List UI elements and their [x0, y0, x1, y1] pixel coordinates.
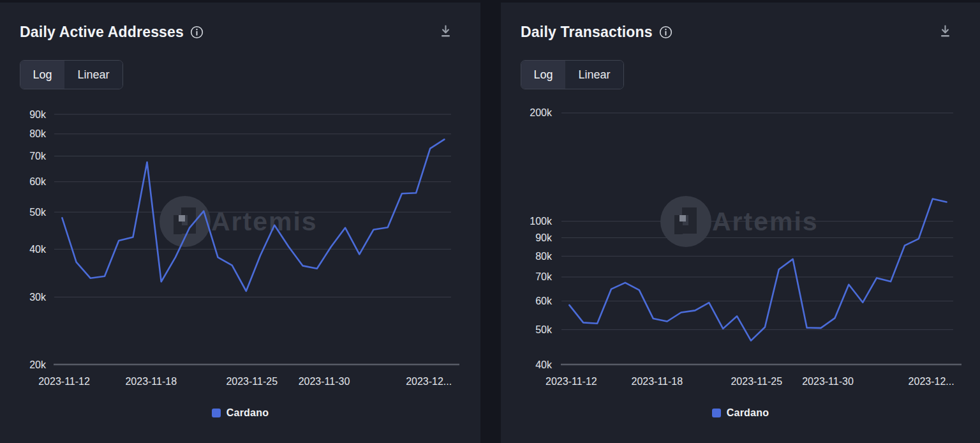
legend-item-cardano[interactable]: Cardano	[212, 407, 269, 419]
legend-item-cardano[interactable]: Cardano	[712, 407, 769, 419]
x-axis-tick-label: 2023-11-12	[38, 376, 90, 387]
y-axis-tick-label: 50k	[535, 324, 553, 335]
toggle-log-button[interactable]: Log	[521, 61, 565, 89]
y-axis-tick-label: 70k	[29, 151, 47, 161]
legend: Cardano	[501, 407, 980, 419]
x-axis-tick-label: 2023-11-25	[731, 376, 782, 387]
panel-title: Daily Active Addresses	[20, 24, 184, 41]
y-axis-tick-label: 80k	[29, 128, 47, 139]
download-icon[interactable]	[939, 24, 951, 40]
legend-swatch	[212, 409, 221, 417]
y-axis-tick-label: 200k	[530, 107, 553, 118]
toggle-log-button[interactable]: Log	[20, 61, 64, 89]
x-axis-tick-label: 2023-11-18	[125, 376, 177, 387]
line-chart[interactable]: 20k30k40k50k60k70k80k90kArtemis2023-11-1…	[0, 96, 480, 396]
x-axis-tick-label: 2023-11-18	[631, 376, 683, 387]
x-axis-tick-label: 2023-11-25	[226, 376, 278, 387]
y-axis-tick-label: 70k	[535, 271, 553, 282]
x-axis-tick-label: 2023-11-12	[546, 376, 597, 387]
y-axis-tick-label: 80k	[535, 251, 553, 262]
legend: Cardano	[0, 407, 480, 419]
info-icon[interactable]	[659, 26, 672, 39]
daily-active-addresses-panel: Daily Active Addresses Log Linear 20k30k…	[0, 3, 480, 443]
artemis-watermark: Artemis	[660, 196, 819, 247]
toggle-linear-button[interactable]: Linear	[64, 61, 122, 89]
toggle-linear-button[interactable]: Linear	[565, 61, 623, 89]
y-axis-tick-label: 30k	[29, 292, 47, 303]
y-axis-tick-label: 100k	[530, 216, 553, 227]
y-axis-tick-label: 40k	[29, 244, 47, 255]
y-axis-tick-label: 90k	[535, 232, 553, 243]
legend-label: Cardano	[226, 407, 269, 419]
x-axis-tick-label: 2023-12...	[909, 376, 954, 387]
scale-toggle: Log Linear	[20, 60, 123, 89]
y-axis-tick-label: 40k	[535, 359, 553, 370]
line-chart[interactable]: 40k50k60k70k80k90k100k200kArtemis2023-11…	[501, 96, 980, 396]
artemis-wordmark: Artemis	[211, 207, 318, 236]
panel-header: Daily Active Addresses	[20, 24, 204, 41]
panel-title: Daily Transactions	[521, 24, 653, 41]
x-axis-tick-label: 2023-12...	[406, 376, 452, 387]
y-axis-tick-label: 50k	[29, 207, 47, 218]
info-icon[interactable]	[190, 26, 204, 39]
download-icon[interactable]	[440, 24, 452, 40]
y-axis-tick-label: 60k	[29, 176, 47, 187]
x-axis-tick-label: 2023-11-30	[802, 376, 854, 387]
y-axis-tick-label: 90k	[29, 109, 47, 120]
x-axis-tick-label: 2023-11-30	[299, 376, 350, 387]
legend-label: Cardano	[727, 407, 769, 419]
scale-toggle: Log Linear	[521, 60, 624, 89]
y-axis-tick-label: 60k	[535, 296, 553, 306]
daily-transactions-panel: Daily Transactions Log Linear 40k50k60k7…	[501, 3, 980, 443]
artemis-wordmark: Artemis	[712, 207, 819, 236]
panel-header: Daily Transactions	[521, 24, 672, 41]
y-axis-tick-label: 20k	[29, 359, 47, 370]
legend-swatch	[712, 409, 721, 417]
